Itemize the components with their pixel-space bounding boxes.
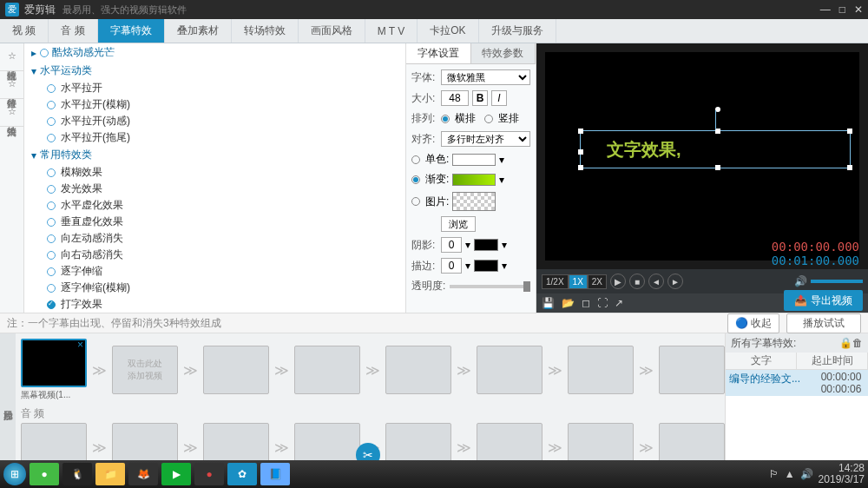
volume-slider[interactable]	[811, 280, 863, 283]
share-icon[interactable]: ↗	[615, 297, 623, 309]
app-logo: 爱	[5, 3, 19, 16]
tab-7[interactable]: 卡拉OK	[418, 19, 478, 43]
effect-item[interactable]: 模糊效果	[24, 164, 405, 181]
timeline-clip[interactable]: 双击此处添加视频	[112, 346, 178, 394]
browse-button[interactable]: 浏览	[441, 216, 476, 232]
effect-item[interactable]: 水平拉开(动感)	[24, 113, 405, 129]
gradient-swatch[interactable]	[452, 174, 496, 186]
tab-0[interactable]: 视 频	[0, 19, 49, 43]
taskbar-app-3[interactable]: 📁	[95, 463, 125, 485]
maximize-icon[interactable]: □	[839, 3, 845, 16]
lock-icon[interactable]: 🔒	[839, 337, 852, 349]
tab-4[interactable]: 转场特效	[232, 19, 299, 43]
bold-button[interactable]: B	[472, 90, 488, 106]
caption-bounding-box[interactable]: 文字效果,	[580, 130, 851, 168]
timeline-section-label: 已添加片段	[0, 333, 16, 472]
timeline-clip[interactable]	[568, 346, 634, 394]
preview-canvas[interactable]: 文字效果,	[545, 52, 859, 260]
stroke-color[interactable]	[474, 260, 498, 272]
effect-item[interactable]: 逐字伸缩	[24, 263, 405, 280]
fullscreen-icon[interactable]: ⛶	[597, 297, 608, 309]
close-icon[interactable]: ✕	[854, 3, 863, 16]
timeline-clip[interactable]	[385, 346, 451, 394]
collapse-button[interactable]: 🔵 收起	[727, 313, 779, 333]
solid-swatch[interactable]	[452, 154, 496, 166]
tab-5[interactable]: 画面风格	[299, 19, 365, 43]
taskbar-app-8[interactable]: 📘	[260, 463, 290, 485]
tab-font-settings[interactable]: 字体设置	[406, 43, 471, 63]
play-test-button[interactable]: 播放试试	[786, 313, 861, 333]
tray-flag-icon[interactable]: 🏳	[769, 468, 779, 480]
tray-network-icon[interactable]: ▲	[785, 468, 795, 480]
effect-item[interactable]: 水平拉开(拖尾)	[24, 129, 405, 146]
dropdown-icon[interactable]: ▾	[499, 174, 504, 186]
caption-list-row[interactable]: 编导的经验文... 00:00:0000:00:06	[726, 370, 868, 396]
start-button[interactable]: ⊞	[3, 463, 26, 485]
timeline-clip[interactable]	[659, 346, 725, 394]
shadow-color[interactable]	[474, 239, 498, 251]
minimize-icon[interactable]: —	[820, 3, 831, 16]
picture-swatch[interactable]	[452, 192, 496, 211]
opacity-slider[interactable]	[450, 285, 530, 288]
taskbar-app-2[interactable]: 🐧	[62, 463, 92, 485]
dropdown-icon[interactable]: ▾	[499, 154, 504, 166]
radio-horizontal[interactable]	[441, 115, 450, 123]
taskbar-app-5[interactable]: ▶	[161, 463, 191, 485]
timecode-current: 00:00:00.000	[772, 240, 859, 254]
export-video-button[interactable]: 📤 导出视频	[784, 290, 863, 311]
align-select[interactable]: 多行时左对齐	[441, 131, 530, 147]
effect-item[interactable]: 水平拉开(模糊)	[24, 96, 405, 113]
radio-picture[interactable]	[411, 197, 420, 206]
effect-item[interactable]: 发光效果	[24, 181, 405, 197]
taskbar-app-7[interactable]: ✿	[227, 463, 257, 485]
tab-effect-params[interactable]: 特效参数	[471, 43, 536, 63]
effect-item[interactable]: 垂直虚化效果	[24, 214, 405, 230]
save-icon[interactable]: 💾	[542, 297, 555, 309]
category-row[interactable]: ▾ 常用特效类	[24, 146, 405, 164]
effect-item[interactable]: 向左动感消失	[24, 230, 405, 247]
taskbar-app-6[interactable]: ●	[194, 463, 224, 485]
side-tab-2[interactable]: 消失特效	[0, 99, 23, 127]
side-tab-0[interactable]: 出现特效	[0, 43, 23, 71]
stroke-input[interactable]	[441, 258, 462, 274]
delete-icon[interactable]: 🗑	[852, 337, 863, 349]
font-select[interactable]: 微软雅黑	[441, 69, 530, 85]
stop-button[interactable]: ■	[629, 274, 645, 289]
effect-item[interactable]: 水平虚化效果	[24, 197, 405, 214]
tab-2[interactable]: 字幕特效	[98, 19, 165, 43]
effect-item[interactable]: 打字效果	[24, 296, 405, 313]
crop-icon[interactable]: ◻	[582, 297, 590, 309]
tab-3[interactable]: 叠加素材	[165, 19, 232, 43]
clock-date: 2019/3/17	[819, 474, 865, 485]
italic-button[interactable]: I	[491, 90, 507, 106]
next-frame-button[interactable]: ►	[667, 274, 683, 289]
category-row[interactable]: ▾ 水平运动类	[24, 62, 405, 80]
timeline-clip[interactable]	[203, 346, 269, 394]
speed-2x[interactable]: 2X	[588, 274, 607, 289]
radio-solid[interactable]	[411, 155, 420, 164]
tray-volume-icon[interactable]: 🔊	[800, 468, 813, 480]
timeline-clip[interactable]	[21, 339, 87, 387]
radio-vertical[interactable]	[484, 115, 493, 123]
volume-icon[interactable]: 🔊	[794, 275, 807, 287]
shadow-input[interactable]	[441, 237, 462, 253]
taskbar-firefox[interactable]: 🦊	[128, 463, 158, 485]
speed-half[interactable]: 1/2X	[542, 274, 569, 289]
speed-1x[interactable]: 1X	[569, 274, 588, 289]
category-row[interactable]: ▸ 酷炫动感光芒	[24, 43, 405, 62]
effect-item[interactable]: 逐字伸缩(模糊)	[24, 280, 405, 296]
timeline-clip[interactable]	[477, 346, 542, 394]
side-tab-1[interactable]: 停留特效	[0, 71, 23, 99]
effect-item[interactable]: 水平拉开	[24, 80, 405, 96]
timeline-clip[interactable]	[294, 346, 360, 394]
radio-gradient[interactable]	[411, 175, 420, 184]
tab-6[interactable]: M T V	[365, 19, 418, 43]
tab-1[interactable]: 音 频	[49, 19, 97, 43]
size-input[interactable]	[441, 90, 469, 106]
effect-item[interactable]: 向右动感消失	[24, 247, 405, 263]
tab-8[interactable]: 升级与服务	[479, 19, 556, 43]
play-button[interactable]: ▶	[610, 274, 626, 289]
open-icon[interactable]: 📂	[562, 297, 575, 309]
prev-frame-button[interactable]: ◄	[648, 274, 664, 289]
taskbar-app-1[interactable]: ●	[30, 463, 59, 485]
